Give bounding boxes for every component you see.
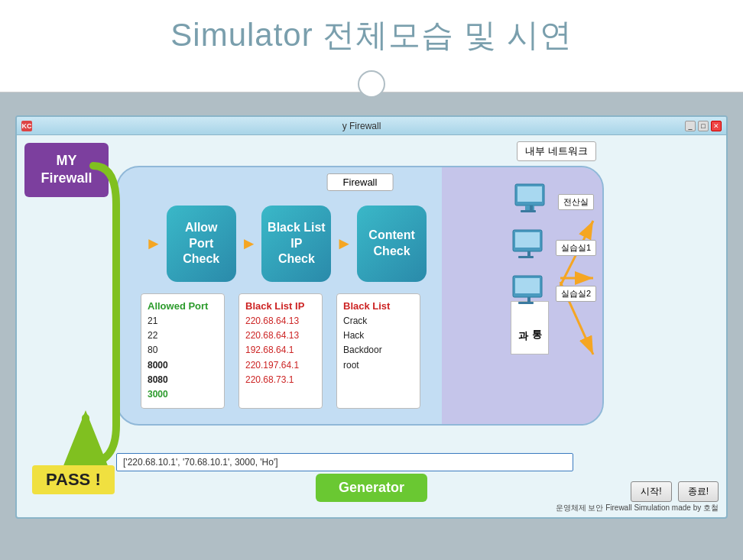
- blacklist-box: Black List CrackHackBackdoorroot: [336, 293, 420, 409]
- computer-icon-1: [511, 183, 553, 221]
- svg-rect-13: [527, 251, 530, 256]
- naebu-network-label: 내부 네트워크: [517, 141, 596, 161]
- allowed-port-title: Allowed Port: [148, 300, 218, 312]
- computer-item-1: 전산실: [511, 183, 594, 221]
- svg-rect-14: [518, 256, 534, 258]
- main-content: KC y Firewall _ □ ✕ MYFirewall 내부 네트워크: [0, 92, 743, 526]
- arrow-to-blacklist-ip: ►: [241, 234, 258, 254]
- firewall-outer-area: Firewall ► AllowPortCheck ► Black ListIP…: [116, 166, 604, 426]
- green-arrow-svg: [63, 158, 124, 479]
- maximize-button[interactable]: □: [698, 121, 709, 131]
- svg-rect-7: [518, 186, 542, 202]
- header: Simulator 전체모습 및 시연: [0, 0, 743, 92]
- pass-through-label: 통과: [516, 323, 543, 333]
- header-circle-decoration: [358, 70, 385, 98]
- computer-label-3: 실습실2: [556, 286, 596, 302]
- packet-input[interactable]: [116, 453, 573, 471]
- blacklist-ip-values: 220.68.64.13220.68.64.13192.68.64.1220.1…: [245, 314, 316, 387]
- start-stop-area: 시작! 종료!: [631, 481, 719, 502]
- generator-button[interactable]: Generator: [316, 474, 427, 502]
- svg-rect-9: [521, 210, 536, 212]
- svg-rect-18: [518, 302, 534, 304]
- page-title: Simulator 전체모습 및 시연: [0, 14, 743, 57]
- arrow-to-content-check: ►: [336, 234, 352, 254]
- svg-rect-17: [527, 297, 530, 302]
- allow-port-check-box: AllowPortCheck: [167, 206, 236, 282]
- window-controls: _ □ ✕: [685, 121, 722, 131]
- window-body: MYFirewall 내부 네트워크 Firewall ► AllowPortC…: [17, 135, 726, 517]
- info-boxes-row: Allowed Port 212280800080803000 Black Li…: [141, 293, 427, 409]
- allowed-port-box: Allowed Port 212280800080803000: [141, 293, 225, 409]
- computer-label-1: 전산실: [558, 194, 594, 210]
- computer-item-3: 실습실2: [509, 274, 596, 312]
- svg-rect-10: [530, 206, 533, 210]
- computer-icon-3: [509, 274, 551, 312]
- minimize-button[interactable]: _: [685, 121, 696, 131]
- footer-text: 운영체제 보안 Firewall Simulation made by 호철: [556, 503, 719, 513]
- window-frame: KC y Firewall _ □ ✕ MYFirewall 내부 네트워크: [15, 115, 728, 519]
- computer-item-2: 실습실1: [509, 228, 596, 267]
- window-title: y Firewall: [38, 121, 685, 131]
- start-button[interactable]: 시작!: [631, 481, 671, 502]
- allowed-port-values: 212280800080803000: [148, 314, 218, 402]
- svg-rect-16: [515, 278, 540, 293]
- svg-rect-12: [515, 232, 540, 248]
- blacklist-ip-box: Black List IP 220.68.64.13220.68.64.1319…: [238, 293, 323, 409]
- computer-label-2: 실습실1: [556, 240, 596, 256]
- check-boxes-row: ► AllowPortCheck ► Black ListIPCheck ► C…: [141, 206, 427, 282]
- window-titlebar: KC y Firewall _ □ ✕: [17, 117, 726, 135]
- close-button[interactable]: ✕: [711, 121, 722, 131]
- content-check-box: ContentCheck: [357, 206, 427, 282]
- window-icon: KC: [21, 121, 32, 131]
- input-line: [116, 453, 573, 471]
- firewall-label: Firewall: [327, 173, 394, 191]
- arrow-to-allow-port: ►: [145, 234, 162, 254]
- blacklist-title: Black List: [343, 300, 414, 312]
- blacklist-ip-title: Black List IP: [245, 300, 316, 312]
- pass-label: PASS !: [32, 465, 115, 494]
- stop-button[interactable]: 종료!: [678, 481, 719, 502]
- blacklist-ip-check-box: Black ListIPCheck: [261, 206, 331, 282]
- computers-column: 전산실 실습실1: [509, 183, 596, 312]
- computer-icon-2: [509, 228, 551, 267]
- blacklist-values: CrackHackBackdoorroot: [343, 314, 414, 373]
